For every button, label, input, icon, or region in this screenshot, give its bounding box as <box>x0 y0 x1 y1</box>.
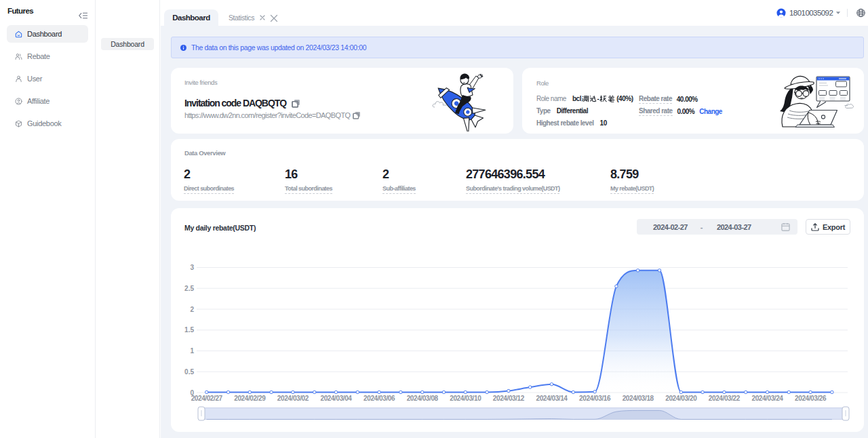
svg-text:2024/03/26: 2024/03/26 <box>795 395 827 402</box>
svg-text:2: 2 <box>190 306 194 313</box>
svg-text:2024/03/06: 2024/03/06 <box>363 395 395 402</box>
svg-text:2024/03/10: 2024/03/10 <box>450 395 481 402</box>
svg-text:2024/03/24: 2024/03/24 <box>751 395 783 402</box>
svg-text:2024/02/29: 2024/02/29 <box>234 395 266 402</box>
svg-text:2024/03/04: 2024/03/04 <box>320 395 352 402</box>
svg-text:2024/03/14: 2024/03/14 <box>536 395 568 402</box>
svg-text:2.5: 2.5 <box>184 285 194 292</box>
svg-text:2024/03/16: 2024/03/16 <box>579 395 611 402</box>
svg-text:3: 3 <box>190 264 194 271</box>
svg-text:2024/03/18: 2024/03/18 <box>623 395 654 402</box>
svg-text:1: 1 <box>190 347 194 355</box>
svg-text:2024/03/12: 2024/03/12 <box>493 395 525 402</box>
svg-text:2024/03/20: 2024/03/20 <box>665 395 697 402</box>
svg-text:2024/03/08: 2024/03/08 <box>407 395 439 402</box>
svg-text:2024/03/22: 2024/03/22 <box>709 395 741 402</box>
svg-text:0.5: 0.5 <box>184 368 194 376</box>
svg-text:2024/03/02: 2024/03/02 <box>277 395 309 402</box>
svg-text:2024/02/27: 2024/02/27 <box>191 395 223 402</box>
svg-text:1.5: 1.5 <box>184 326 194 334</box>
